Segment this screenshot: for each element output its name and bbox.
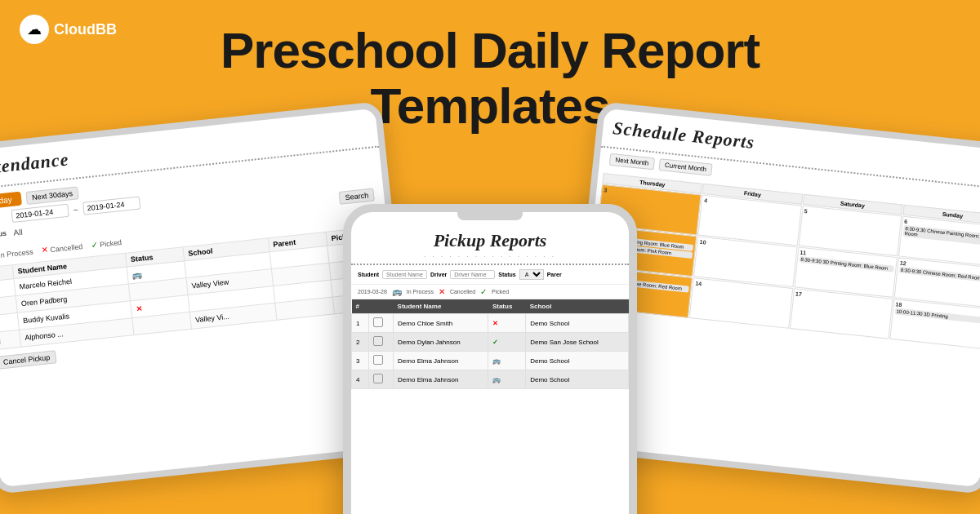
- date-from-input[interactable]: [11, 204, 69, 223]
- status-val: All: [13, 227, 23, 237]
- row-school: Demo School: [526, 352, 629, 370]
- pickup-table: # Student Name Status School 1 Demo Chlo…: [351, 299, 629, 389]
- pickup-dots: · · · · · · · · · · · · · · · ·: [359, 253, 621, 260]
- pickup-date-row: 2019-03-28 🚌 In Process ✕ Cancelled ✓ Pi…: [351, 285, 629, 299]
- row-checkbox[interactable]: [373, 336, 383, 346]
- pickup-title-area: Pickup Reports · · · · · · · · · · · · ·…: [351, 220, 629, 265]
- table-row: 4 Demo Elma Jahnson 🚌 Demo School: [352, 370, 629, 389]
- cancel-pickup-button[interactable]: Cancel Pickup: [0, 350, 56, 369]
- row-student: Demo Elma Jahnson: [394, 370, 488, 389]
- date-label: Date: [0, 213, 7, 224]
- row-checkbox[interactable]: [373, 317, 383, 327]
- row-status-check: ✓: [492, 339, 498, 346]
- legend-picked: Picked: [492, 289, 509, 295]
- col-school: School: [526, 299, 629, 314]
- pickup-title: Pickup Reports: [359, 230, 621, 251]
- row-checkbox[interactable]: [373, 355, 383, 365]
- row-student: Demo Chloe Smith: [394, 314, 488, 333]
- status-label: Status: [0, 229, 9, 240]
- date-to-input[interactable]: [82, 197, 140, 215]
- phone-notch: [457, 212, 523, 220]
- col-num: #: [352, 299, 369, 314]
- student-filter-label: Student: [358, 272, 379, 277]
- row-num: 4: [352, 370, 369, 389]
- parent-filter-label: Parer: [547, 272, 562, 277]
- legend-x-icon: ✕: [439, 287, 445, 296]
- table-row: 1 Demo Chloe Smith ✕ Demo School: [352, 314, 629, 333]
- current-month-button[interactable]: Current Month: [658, 158, 712, 176]
- legend-cancelled: Cancelled: [450, 289, 475, 295]
- driver-filter-label: Driver: [430, 272, 447, 277]
- pickup-filters: Student Driver Status All Parer: [351, 265, 629, 285]
- row-status-bus: 🚌: [492, 376, 501, 383]
- next30-button[interactable]: Next 30days: [25, 186, 78, 205]
- table-row: 3 Demo Elma Jahnson 🚌 Demo School: [352, 352, 629, 370]
- legend-in-process: In Process: [0, 247, 33, 259]
- row-school: Demo School: [526, 370, 629, 389]
- row-school: Demo San Jose School: [526, 333, 629, 352]
- row-num: 1: [352, 314, 369, 333]
- col-student-name: Student Name: [394, 299, 488, 314]
- row-school: Demo School: [526, 314, 629, 333]
- legend-check-icon: ✓: [480, 287, 487, 296]
- row-num: 3: [352, 352, 369, 370]
- legend-bus-icon: 🚌: [392, 287, 402, 296]
- page-header: Preschool Daily Report Templates: [0, 15, 980, 134]
- row-student: Demo Elma Jahnson: [394, 352, 488, 370]
- legend-picked: Picked: [100, 238, 122, 249]
- schedule-cell: 1810:00-11:30 3D Printing: [889, 299, 980, 350]
- today-button[interactable]: Today: [0, 192, 22, 210]
- status-filter-select[interactable]: All: [519, 269, 544, 280]
- title-line1: Preschool Daily Report: [220, 23, 760, 78]
- pickup-date: 2019-03-28: [358, 289, 387, 295]
- phone-pickup: Pickup Reports · · · · · · · · · · · · ·…: [343, 204, 637, 514]
- row-num: 2: [352, 333, 369, 352]
- col-cb: [368, 299, 394, 314]
- legend-in-process: In Process: [407, 289, 434, 295]
- status-bus-icon: 🚌: [131, 269, 142, 279]
- row-status-bus: 🚌: [492, 357, 501, 365]
- row-status-x: ✕: [492, 320, 498, 327]
- legend-cancelled: Cancelled: [50, 242, 83, 254]
- row-checkbox[interactable]: [373, 374, 383, 383]
- driver-filter-input[interactable]: [450, 270, 495, 279]
- status-filter-label: Status: [498, 272, 515, 277]
- col-status: Status: [488, 299, 526, 314]
- row-student: Demo Dylan Jahnson: [394, 333, 488, 352]
- next-month-button[interactable]: Next Month: [609, 153, 655, 171]
- search-button[interactable]: Search: [339, 188, 375, 205]
- student-filter-input[interactable]: [382, 270, 427, 279]
- status-x-icon: ✕: [136, 304, 143, 313]
- date-separator: ~: [73, 205, 78, 215]
- table-row: 2 Demo Dylan Jahnson ✓ Demo San Jose Sch…: [352, 333, 629, 352]
